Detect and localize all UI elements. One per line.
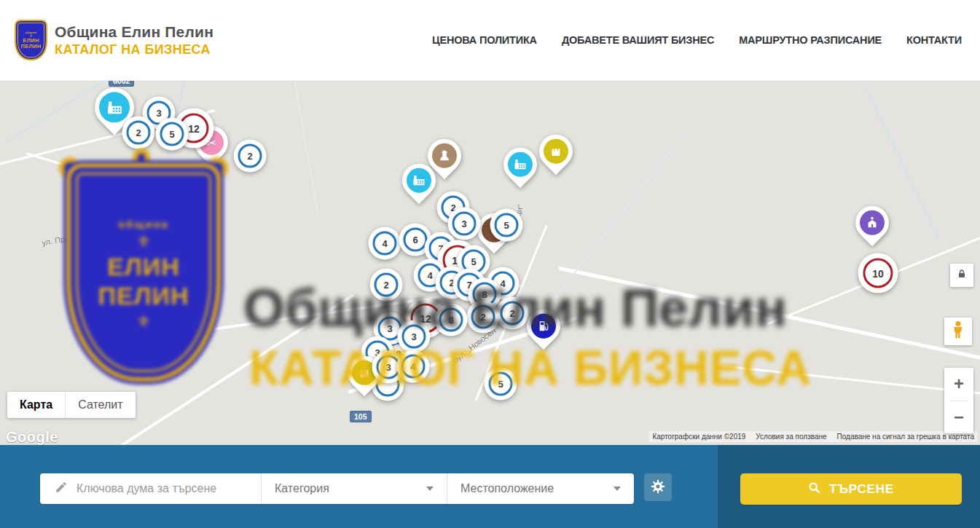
location-select-label: Местоположение bbox=[460, 482, 554, 495]
attribution-text: Картографски данни ©2019 bbox=[652, 433, 745, 441]
nav-item[interactable]: МАРШРУТНО РАЗПИСАНИЕ bbox=[739, 34, 882, 46]
map-cluster-marker[interactable]: 5 bbox=[485, 368, 517, 401]
chevron-down-icon bbox=[426, 486, 434, 491]
cluster-count: 3 bbox=[402, 325, 426, 349]
site-title: Община Елин Пелин bbox=[55, 23, 213, 41]
pegman-icon bbox=[950, 320, 966, 342]
cluster-count: 10 bbox=[863, 259, 893, 288]
cluster-count: 4 bbox=[373, 232, 397, 256]
search-fields: Категория Местоположение bbox=[40, 473, 634, 504]
page: община ⚜ ЕЛИН ПЕЛИН Община Елин Пелин КА… bbox=[0, 0, 980, 528]
bag-icon bbox=[357, 366, 372, 380]
logo-text: Община Елин Пелин КАТАЛОГ НА БИЗНЕСА bbox=[55, 23, 213, 58]
map-cluster-marker[interactable]: 5 bbox=[156, 118, 189, 151]
watermark-crest-top-word: община bbox=[118, 218, 169, 230]
category-select-label: Категория bbox=[275, 482, 329, 495]
factory-icon bbox=[412, 173, 426, 188]
site-subtitle: КАТАЛОГ НА БИЗНЕСА bbox=[55, 42, 213, 58]
cluster-count: 5 bbox=[495, 213, 519, 237]
bag-icon bbox=[549, 144, 563, 159]
map-cluster-marker[interactable]: 5 bbox=[490, 209, 523, 242]
map-cluster-marker[interactable]: 2 bbox=[122, 117, 155, 149]
street-view-pegman-control[interactable] bbox=[944, 318, 972, 345]
chevron-down-icon bbox=[614, 486, 621, 491]
road-line bbox=[715, 364, 980, 395]
cluster-count: 2 bbox=[375, 273, 399, 297]
road-line bbox=[294, 82, 320, 218]
crest-name-line2: ПЕЛИН bbox=[21, 44, 42, 50]
worker-icon bbox=[437, 149, 452, 163]
fuel-icon bbox=[536, 319, 551, 334]
cluster-count: 5 bbox=[489, 372, 513, 396]
pencil-icon bbox=[55, 481, 68, 497]
map-canvas[interactable]: ул. Преславбул. „Новоселци“6002105 32✂12… bbox=[0, 81, 980, 445]
cluster-count: 8 bbox=[439, 308, 463, 332]
cluster-count: 2 bbox=[127, 121, 151, 145]
map-cluster-marker[interactable]: 4 bbox=[397, 350, 430, 383]
factory-icon bbox=[513, 157, 528, 172]
zoom-control: + − bbox=[944, 368, 973, 433]
map-cluster-marker[interactable]: 2 bbox=[370, 269, 403, 302]
zoom-out-button[interactable]: − bbox=[944, 401, 973, 433]
header: община ⚜ ЕЛИН ПЕЛИН Община Елин Пелин КА… bbox=[0, 0, 980, 81]
search-button-label: ТЪРСЕНЕ bbox=[829, 482, 894, 497]
cluster-count: 3 bbox=[452, 212, 477, 236]
main-nav: ЦЕНОВА ПОЛИТИКАДОБАВЕТЕ ВАШИЯТ БИЗНЕСМАР… bbox=[432, 34, 962, 46]
road-line bbox=[26, 152, 222, 214]
map-cluster-marker[interactable]: 2 bbox=[467, 301, 500, 334]
church-icon bbox=[865, 216, 879, 230]
map-pin-marker[interactable] bbox=[855, 206, 889, 240]
map-type-satellite-button[interactable]: Сателит bbox=[65, 392, 135, 418]
keyword-search-input[interactable] bbox=[77, 482, 251, 495]
road-line bbox=[90, 293, 355, 445]
cluster-count: 2 bbox=[501, 302, 525, 326]
map-cluster-marker[interactable]: 3 bbox=[448, 208, 481, 240]
watermark-crest-name1: ЕЛИН bbox=[98, 253, 189, 281]
keyword-segment bbox=[40, 473, 261, 504]
cluster-count: 5 bbox=[160, 122, 184, 146]
lock-icon bbox=[956, 268, 968, 283]
category-select[interactable]: Категория bbox=[261, 473, 447, 504]
road-number-shield: 105 bbox=[350, 411, 372, 422]
zoom-in-button[interactable]: + bbox=[944, 368, 973, 401]
search-icon bbox=[808, 481, 820, 497]
map-cluster-marker[interactable]: 3 bbox=[398, 320, 431, 353]
lock-control[interactable] bbox=[950, 264, 973, 287]
nav-item[interactable]: ЦЕНОВА ПОЛИТИКА bbox=[432, 34, 537, 46]
map-pin-marker[interactable] bbox=[527, 310, 560, 343]
cluster-count: 2 bbox=[471, 305, 495, 329]
map-cluster-marker[interactable]: 2 bbox=[496, 297, 529, 330]
road-line bbox=[554, 131, 686, 299]
map-attribution: Картографски данни ©2019Условия за ползв… bbox=[649, 431, 977, 442]
site-logo[interactable]: община ⚜ ЕЛИН ПЕЛИН Община Елин Пелин КА… bbox=[15, 20, 213, 60]
municipality-crest-logo: община ⚜ ЕЛИН ПЕЛИН bbox=[15, 20, 47, 60]
google-logo[interactable]: Google bbox=[6, 429, 58, 445]
advanced-settings-button[interactable] bbox=[644, 473, 672, 501]
factory-icon bbox=[106, 98, 124, 117]
location-select[interactable]: Местоположение bbox=[447, 473, 634, 504]
watermark-crest-name2: ПЕЛИН bbox=[98, 282, 189, 310]
road-number-shield: 6002 bbox=[109, 81, 134, 87]
map-pin-marker[interactable] bbox=[402, 164, 436, 197]
map-cluster-marker[interactable]: 10 bbox=[858, 253, 898, 293]
street-label: ул. Преслав bbox=[41, 231, 87, 248]
gear-icon bbox=[650, 478, 666, 497]
map-cluster-marker[interactable]: 4 bbox=[369, 227, 401, 260]
map-type-control: Карта Сателит bbox=[7, 392, 136, 418]
watermark-crest-ornament-icon: ⚜ bbox=[136, 236, 151, 247]
attribution-link[interactable]: Условия за ползване bbox=[756, 433, 826, 441]
watermark-crest-ornament-icon: ⚜ bbox=[136, 316, 151, 327]
attribution-link[interactable]: Подаване на сигнал за грешка в картата bbox=[837, 433, 974, 441]
nav-item[interactable]: ДОБАВЕТЕ ВАШИЯТ БИЗНЕС bbox=[562, 34, 714, 46]
map-pin-marker[interactable] bbox=[539, 135, 573, 168]
search-bar: Категория Местоположение bbox=[0, 445, 980, 528]
search-button[interactable]: ТЪРСЕНЕ bbox=[740, 473, 962, 505]
map-pin-marker[interactable] bbox=[503, 148, 537, 181]
map-type-map-button[interactable]: Карта bbox=[7, 392, 65, 418]
map-cluster-marker[interactable]: 2 bbox=[234, 140, 267, 173]
road-line bbox=[558, 267, 980, 361]
cluster-count: 2 bbox=[238, 144, 262, 168]
map-cluster-marker[interactable]: 8 bbox=[435, 304, 468, 336]
cluster-count: 4 bbox=[401, 355, 426, 379]
nav-item[interactable]: КОНТАКТИ bbox=[906, 34, 962, 46]
